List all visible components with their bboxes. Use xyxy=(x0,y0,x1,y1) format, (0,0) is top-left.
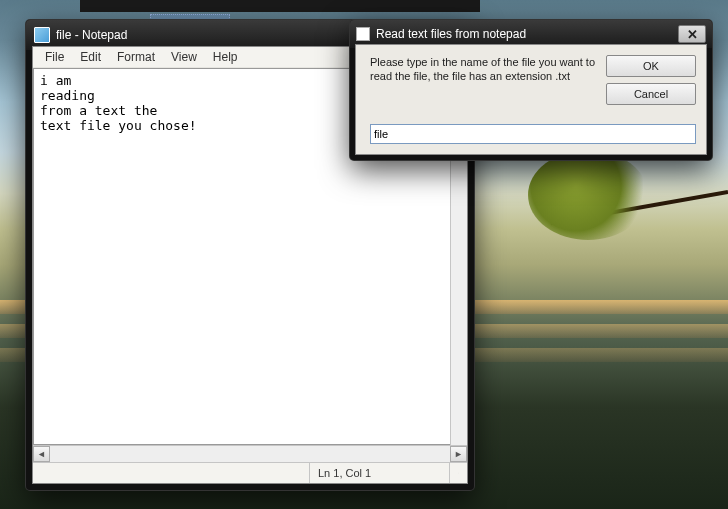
statusbar-position: Ln 1, Col 1 xyxy=(309,463,449,483)
scrollbar-horizontal[interactable]: ◄ ► xyxy=(33,445,467,462)
menu-file[interactable]: File xyxy=(37,48,72,66)
close-icon: ✕ xyxy=(687,27,698,42)
scrollbar-left-icon[interactable]: ◄ xyxy=(33,446,50,462)
scrollbar-right-icon[interactable]: ► xyxy=(450,446,467,462)
input-dialog: Read text files from notepad ✕ Please ty… xyxy=(350,20,712,160)
menu-view[interactable]: View xyxy=(163,48,205,66)
menu-format[interactable]: Format xyxy=(109,48,163,66)
filename-input[interactable] xyxy=(370,124,696,144)
dialog-icon xyxy=(356,27,370,41)
dialog-message: Please type in the name of the file you … xyxy=(370,55,596,105)
resize-grip-icon[interactable] xyxy=(449,463,467,483)
desktop-taskbar-fragment xyxy=(80,0,480,12)
cancel-button[interactable]: Cancel xyxy=(606,83,696,105)
menu-edit[interactable]: Edit xyxy=(72,48,109,66)
menu-help[interactable]: Help xyxy=(205,48,246,66)
ok-button[interactable]: OK xyxy=(606,55,696,77)
scrollbar-track[interactable] xyxy=(50,446,450,462)
close-button[interactable]: ✕ xyxy=(678,25,706,43)
notepad-title: file - Notepad xyxy=(56,28,127,42)
notepad-statusbar: Ln 1, Col 1 xyxy=(33,462,467,483)
dialog-title: Read text files from notepad xyxy=(376,27,672,41)
notepad-icon xyxy=(34,27,50,43)
